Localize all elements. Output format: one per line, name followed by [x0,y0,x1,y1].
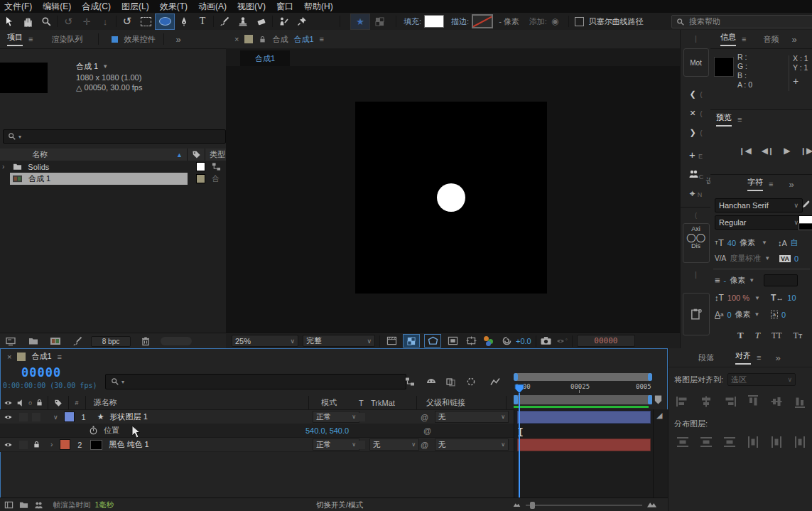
label-swatch[interactable] [196,174,205,183]
orbit-camera-tool[interactable]: ↺ [59,14,77,29]
tab-character[interactable]: 字符 [747,177,763,191]
mini-flowchart-icon[interactable] [405,377,415,387]
tsume-value[interactable]: 0 [781,311,786,319]
layer-row-1[interactable]: ∨ 1 ★ 形状图层 1 正常∨ @ 无∨ [0,410,514,424]
panel-menu-icon[interactable]: ≡ [320,35,324,43]
timeline-tab[interactable]: 合成1 [31,351,51,362]
menu-view[interactable]: 视图(V) [237,1,266,13]
tracking-value[interactable]: 0 [794,254,799,263]
zoom-slider-handle[interactable] [530,502,535,509]
trash-icon[interactable] [141,336,151,346]
add-label[interactable]: 添加: [529,16,547,27]
motion-panel-button[interactable]: Mot [683,48,709,77]
tab-overflow-icon[interactable]: » [775,353,780,363]
rotate-tool[interactable]: ↺ [118,14,136,29]
comp-marker-bin-icon[interactable] [654,394,663,405]
add-panel-icon[interactable]: +E [681,149,711,161]
layer-name[interactable]: 黑色 纯色 1 [109,439,148,450]
paste-panel-button[interactable] [683,293,710,335]
tab-align[interactable]: 对齐 [735,350,751,365]
project-row-solids[interactable]: › Solids [0,161,226,173]
twirl-icon[interactable]: › [50,441,53,448]
kerning-caret[interactable]: ▼ [764,255,770,262]
tab-info[interactable]: 信息 [720,32,736,46]
index-column[interactable]: # [75,399,78,407]
channel-icon[interactable] [482,335,498,347]
first-frame-button[interactable]: ❙◀ [739,146,752,156]
fill-label[interactable]: 填充: [404,16,421,27]
zoom-in-mountain-icon[interactable] [646,500,657,508]
show-snapshot-icon[interactable]: ° [556,337,568,345]
font-style-dropdown[interactable]: Regular∨ [715,215,803,230]
menu-file[interactable]: 文件(F) [4,1,32,13]
lock-icon[interactable] [33,441,40,448]
layer-label-chip[interactable] [64,412,75,422]
snapshot-icon[interactable] [541,336,551,345]
twirl-icon[interactable]: ∨ [53,414,58,421]
menu-edit[interactable]: 编辑(E) [43,1,71,13]
toggle-switches-modes-button[interactable]: 切换开关/模式 [316,500,363,510]
align-top-button[interactable] [747,394,759,409]
font-family-dropdown[interactable]: Hanchan Serif∨ [715,198,803,213]
close-icon[interactable]: × [7,353,11,361]
dolly-camera-tool[interactable]: ↓ [96,14,114,29]
pickwhip-icon[interactable]: @ [421,441,428,449]
drag-handle[interactable]: | [681,34,711,43]
baseline-shift-value[interactable]: 0 [727,311,731,319]
lock-column-icon[interactable] [36,399,43,407]
distribute-bottom-button[interactable] [722,436,737,448]
text-tool[interactable]: T [193,14,212,29]
mask-visibility-icon[interactable] [424,334,441,348]
label-column-icon[interactable] [192,150,201,159]
project-search-input[interactable]: ▾ [3,129,226,144]
camera-roi-tool[interactable] [136,14,155,29]
stroke-label[interactable]: 描边: [451,16,469,27]
add-icon[interactable]: ◉ [551,16,558,26]
playhead-marker[interactable] [514,384,524,394]
color-depth-button[interactable]: 8 bpc [91,336,131,347]
roto-brush-tool[interactable] [274,14,293,29]
sort-icon[interactable]: ▲ [176,151,183,158]
leading-value[interactable]: 自 [791,237,799,248]
distribute-right-button[interactable] [794,435,806,449]
timeline-search-input[interactable]: ▾ [105,374,406,389]
blend-mode-dropdown[interactable]: 正常∨ [313,439,359,451]
quality-icon[interactable]: ◢ [656,411,662,420]
tab-overflow-icon[interactable]: » [791,34,796,45]
transparency-grid-icon[interactable] [403,334,420,348]
pen-tool[interactable] [175,14,193,29]
tab-project[interactable]: 项目 [7,32,23,46]
frame-blending-icon[interactable] [446,377,456,387]
font-size-value[interactable]: 40 [727,239,736,247]
pan-camera-tool[interactable]: ✛ [77,14,96,29]
grid-guides-icon[interactable] [384,336,399,345]
graph-editor-icon[interactable] [490,377,500,387]
align-horizontal-center-button[interactable] [699,396,713,407]
expand-transfer-controls-icon[interactable] [19,500,28,510]
shy-layers-icon[interactable] [426,377,436,387]
help-search-input[interactable]: 搜索帮助 [671,15,812,28]
layer1-duration-bar[interactable] [517,411,651,424]
trkmat-column[interactable]: TrkMat [371,399,395,407]
layer2-duration-bar[interactable] [517,439,651,451]
stroke-swatch[interactable] [472,14,493,28]
menu-window[interactable]: 窗口 [276,1,293,13]
stroke-width-caret[interactable]: ▼ [749,277,754,284]
distribute-hcenter-button[interactable] [771,435,782,449]
align-right-button[interactable] [722,396,737,407]
reset-exposure-icon[interactable] [502,336,511,345]
white-circle-shape[interactable] [437,183,465,212]
solo-column-icon[interactable]: ○ [28,399,32,407]
position-value[interactable]: 540.0, 540.0 [305,426,349,435]
align-vertical-center-button[interactable] [771,394,782,409]
stroke-style-field[interactable] [764,274,798,286]
camera-wireframe-icon[interactable] [464,336,478,345]
label-column-icon[interactable] [54,399,63,407]
preserve-transparency-cell[interactable] [357,441,365,449]
column-name[interactable]: 名称 [32,149,48,160]
audio-cell[interactable] [19,413,28,421]
audio-column-icon[interactable] [16,399,25,407]
menu-help[interactable]: 帮助(H) [304,1,333,13]
expand-layer-switches-icon[interactable] [4,500,13,510]
close-icon[interactable]: × [234,35,239,43]
